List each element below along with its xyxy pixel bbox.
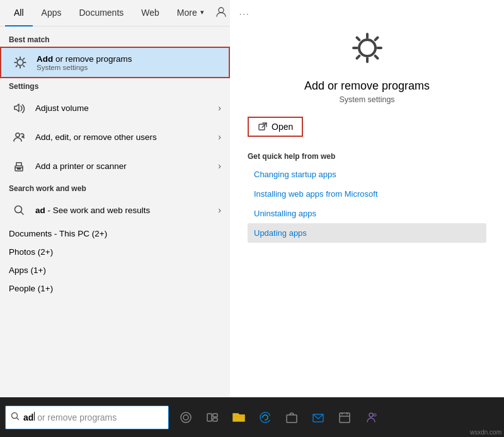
taskbar-search-box[interactable]: ad or remove programs [5, 405, 169, 429]
settings-volume-title: Adjust volume [35, 103, 218, 113]
calendar-icon[interactable] [333, 405, 357, 429]
settings-printer-text: Add a printer or scanner [35, 161, 218, 171]
svg-rect-11 [207, 414, 212, 421]
svg-point-2 [16, 133, 20, 137]
detail-subtitle: System settings [339, 95, 394, 104]
search-web-label: Search work and web [0, 180, 230, 195]
svg-rect-16 [340, 413, 350, 422]
tab-more[interactable]: More ▾ [168, 0, 213, 26]
svg-rect-14 [287, 415, 297, 422]
svg-rect-4 [17, 168, 21, 170]
search-icon [9, 200, 29, 220]
tabs-bar: All Apps Documents Web More ▾ ··· [0, 0, 230, 26]
best-match-text: Add or remove programs System settings [37, 54, 220, 71]
photos-title: Photos (2+) [9, 247, 221, 257]
quick-help-updating[interactable]: Updating apps [248, 223, 486, 243]
svg-point-0 [219, 8, 224, 13]
documents-item[interactable]: Documents - This PC (2+) [0, 224, 230, 243]
detail-gear-icon [345, 25, 390, 71]
left-panel: All Apps Documents Web More ▾ ··· [0, 0, 230, 397]
best-match-subtitle: System settings [37, 64, 220, 71]
documents-text: Documents - This PC (2+) [9, 229, 221, 238]
chevron-down-icon: ▾ [200, 8, 204, 16]
cortana-icon[interactable] [174, 405, 198, 429]
apps-text: Apps (1+) [9, 265, 221, 275]
settings-item-printer[interactable]: Add a printer or scanner › [0, 151, 230, 180]
taskbar-search-text: ad or remove programs [23, 412, 117, 422]
quick-help-uninstalling[interactable]: Uninstalling apps [248, 204, 486, 223]
best-match-label: Best match [0, 32, 230, 47]
gear-icon [10, 52, 30, 73]
task-view-icon[interactable] [200, 405, 224, 429]
taskbar-search-icon [11, 412, 20, 422]
tab-documents[interactable]: Documents [70, 0, 132, 26]
people-title: People (1+) [9, 284, 221, 293]
open-button-wrap: Open [248, 117, 303, 137]
taskbar-icons [174, 405, 383, 429]
settings-item-volume[interactable]: Adjust volume › [0, 93, 230, 122]
svg-rect-13 [213, 418, 217, 421]
left-results-list: Best match Add or remove programs System… [0, 26, 230, 397]
apps-title: Apps (1+) [9, 265, 221, 275]
chevron-right-icon: › [218, 205, 221, 215]
svg-rect-7 [259, 124, 265, 130]
svg-point-9 [181, 412, 191, 422]
open-icon [258, 122, 268, 132]
settings-volume-text: Adjust volume [35, 103, 218, 113]
tab-all[interactable]: All [5, 0, 33, 26]
taskbar: ad or remove programs [0, 397, 504, 437]
tab-web[interactable]: Web [132, 0, 168, 26]
right-detail-panel: Add or remove programs System settings O… [230, 0, 504, 397]
chevron-right-icon: › [218, 132, 221, 142]
apps-item[interactable]: Apps (1+) [0, 261, 230, 279]
users-icon [9, 127, 29, 147]
people-text: People (1+) [9, 284, 221, 293]
settings-item-users[interactable]: Add, edit, or remove other users › [0, 122, 230, 151]
quick-help-title: Get quick help from web [248, 152, 335, 161]
settings-printer-title: Add a printer or scanner [35, 161, 218, 171]
detail-title: Add or remove programs [304, 79, 430, 93]
volume-icon [9, 98, 29, 118]
store-icon[interactable] [280, 405, 304, 429]
svg-rect-12 [213, 414, 217, 417]
quick-help-startup-apps[interactable]: Changing startup apps [248, 165, 486, 184]
svg-point-1 [17, 59, 23, 66]
photos-item[interactable]: Photos (2+) [0, 243, 230, 261]
quick-help-web-apps[interactable]: Installing web apps from Microsoft [248, 184, 486, 204]
chevron-right-icon: › [218, 103, 221, 113]
edge-icon[interactable] [253, 405, 277, 429]
svg-point-17 [369, 413, 373, 417]
photos-text: Photos (2+) [9, 247, 221, 257]
tab-apps[interactable]: Apps [33, 0, 71, 26]
settings-users-text: Add, edit, or remove other users [35, 132, 218, 142]
search-web-title: ad - See work and web results [35, 206, 218, 215]
search-web-item[interactable]: ad - See work and web results › [0, 195, 230, 224]
best-match-title: Add or remove programs [37, 54, 220, 64]
people-item[interactable]: People (1+) [0, 279, 230, 298]
svg-point-10 [183, 415, 188, 420]
printer-icon [9, 156, 29, 176]
chevron-right-icon: › [218, 161, 221, 171]
more-options-icon[interactable]: ··· [237, 6, 253, 20]
teams-icon[interactable] [359, 405, 383, 429]
settings-section-label: Settings [0, 78, 230, 93]
mail-icon[interactable] [306, 405, 330, 429]
search-web-text: ad - See work and web results [35, 206, 218, 215]
settings-users-title: Add, edit, or remove other users [35, 132, 218, 142]
person-icon[interactable] [213, 5, 229, 21]
best-match-item[interactable]: Add or remove programs System settings [0, 47, 230, 78]
file-explorer-icon[interactable] [227, 405, 251, 429]
svg-point-6 [359, 40, 375, 56]
open-button[interactable]: Open [249, 118, 302, 136]
svg-point-18 [374, 414, 376, 416]
documents-title: Documents - This PC (2+) [9, 229, 221, 238]
